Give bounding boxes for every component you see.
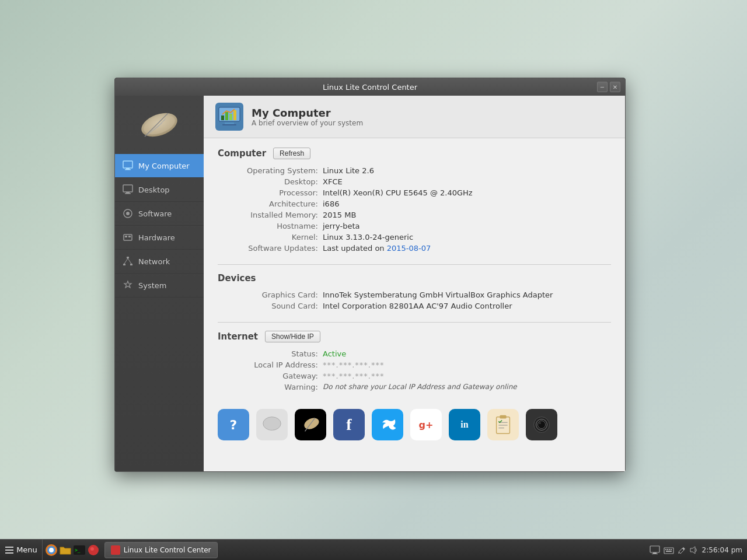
svg-point-14: [126, 212, 130, 215]
page-title: My Computer: [252, 107, 363, 119]
folder-icon: [59, 544, 72, 556]
svg-rect-64: [666, 551, 672, 552]
svg-line-22: [128, 258, 131, 264]
svg-rect-26: [221, 116, 224, 120]
pen-tray-icon[interactable]: [678, 546, 686, 554]
close-button[interactable]: ✕: [610, 82, 620, 92]
kernel-value: Linux 3.13.0-24-generic: [323, 233, 413, 242]
terminal-taskbar-icon[interactable]: >_: [73, 544, 86, 556]
taskbar-tray: 2:56:04 pm: [645, 545, 747, 555]
menu-icon: [5, 545, 14, 555]
page-header: My Computer A brief overview of your sys…: [204, 96, 625, 138]
hostname-value: jerry-beta: [323, 222, 360, 230]
svg-rect-38: [500, 415, 506, 419]
red-app-icon: [87, 544, 100, 556]
facebook-icon-button[interactable]: f: [333, 409, 365, 440]
svg-rect-11: [126, 192, 130, 193]
kernel-label: Kernel:: [218, 233, 323, 242]
graphics-value: InnoTek Systemberatung GmbH VirtualBox G…: [323, 290, 553, 299]
sound-row: Sound Card: Intel Corporation 82801AA AC…: [218, 302, 611, 310]
devices-section-header: Devices: [218, 273, 611, 284]
status-value: Active: [323, 349, 346, 358]
hostname-label: Hostname:: [218, 222, 323, 230]
network-icon: [122, 256, 134, 267]
sidebar: My Computer Desktop Software: [115, 96, 204, 471]
svg-rect-56: [650, 546, 659, 552]
svg-rect-17: [128, 236, 131, 237]
minimize-button[interactable]: −: [597, 82, 608, 92]
help-icon-button[interactable]: ?: [218, 409, 249, 440]
camera-icon-button[interactable]: [526, 409, 557, 440]
local-ip-value: ***.***.***.***: [323, 360, 384, 369]
svg-rect-27: [225, 112, 228, 120]
kernel-row: Kernel: Linux 3.13.0-24-generic: [218, 233, 611, 242]
taskbar-active-window[interactable]: Linux Lite Control Center: [104, 542, 218, 558]
svg-rect-28: [229, 114, 232, 120]
sidebar-item-desktop[interactable]: Desktop: [115, 178, 204, 202]
svg-rect-63: [671, 549, 672, 550]
tasks-icon-button[interactable]: [487, 409, 519, 440]
svg-rect-60: [665, 549, 666, 550]
svg-rect-61: [667, 549, 668, 550]
hostname-row: Hostname: jerry-beta: [218, 222, 611, 230]
devices-section: Devices Graphics Card: InnoTek Systember…: [218, 273, 611, 310]
svg-marker-65: [690, 547, 695, 554]
svg-rect-8: [126, 168, 130, 169]
sidebar-navigation: My Computer Desktop Software: [115, 154, 204, 298]
folder-taskbar-icon[interactable]: [59, 544, 72, 556]
page-subtitle: A brief overview of your system: [252, 119, 363, 127]
software-icon: [122, 208, 134, 219]
volume-tray-icon[interactable]: [689, 545, 699, 555]
sidebar-item-software-label: Software: [138, 209, 172, 218]
sidebar-item-hardware-label: Hardware: [138, 233, 175, 242]
linuxlite-icon-button[interactable]: [295, 409, 326, 440]
sidebar-item-software[interactable]: Software: [115, 202, 204, 226]
sidebar-item-network[interactable]: Network: [115, 250, 204, 274]
devices-section-title: Devices: [218, 273, 256, 284]
svg-rect-7: [123, 161, 132, 168]
taskbar-window-icon: [111, 545, 120, 555]
sidebar-item-my-computer-label: My Computer: [138, 162, 190, 170]
computer-section-title: Computer: [218, 148, 266, 159]
hardware-icon: [122, 232, 134, 243]
refresh-button[interactable]: Refresh: [273, 148, 310, 159]
firefox-icon: [45, 544, 58, 556]
graphics-row: Graphics Card: InnoTek Systemberatung Gm…: [218, 290, 611, 299]
monitor-icon: [122, 160, 134, 172]
svg-rect-62: [669, 549, 670, 550]
software-updates-date[interactable]: 2015-08-07: [387, 244, 431, 253]
svg-rect-29: [233, 110, 236, 120]
firefox-taskbar-icon[interactable]: [45, 544, 58, 556]
keyboard-tray-icon[interactable]: [664, 545, 674, 555]
linkedin-icon-button[interactable]: in: [449, 409, 480, 440]
sidebar-item-system[interactable]: System: [115, 274, 204, 298]
svg-rect-31: [222, 124, 236, 125]
sidebar-item-hardware[interactable]: Hardware: [115, 226, 204, 250]
show-hide-ip-button[interactable]: Show/Hide IP: [265, 331, 320, 342]
software-updates-value: Last updated on 2015-08-07: [323, 244, 431, 253]
svg-point-55: [90, 547, 94, 551]
svg-point-35: [302, 416, 320, 432]
os-label: Operating System:: [218, 166, 323, 175]
clipboard-icon: [492, 414, 514, 436]
twitter-bird-icon: [377, 414, 398, 435]
warning-label: Warning:: [218, 383, 323, 391]
sidebar-item-system-label: System: [138, 281, 166, 290]
sidebar-item-my-computer[interactable]: My Computer: [115, 154, 204, 178]
divider-1: [218, 264, 611, 265]
svg-rect-15: [124, 235, 132, 240]
chat-icon-button[interactable]: [256, 409, 288, 440]
feather-small-icon: [299, 414, 322, 436]
processor-value: Intel(R) Xeon(R) CPU E5645 @ 2.40GHz: [323, 188, 473, 197]
screen-tray-icon[interactable]: [650, 545, 660, 555]
sidebar-item-desktop-label: Desktop: [138, 186, 170, 194]
twitter-icon-button[interactable]: [372, 409, 403, 440]
svg-rect-46: [5, 547, 13, 548]
taskbar-menu-button[interactable]: Menu: [0, 540, 43, 560]
architecture-value: i686: [323, 200, 339, 208]
desktop-label: Desktop:: [218, 177, 323, 186]
system-icon: [122, 279, 134, 291]
red-icon-taskbar[interactable]: [87, 544, 100, 556]
googleplus-icon-button[interactable]: g+: [410, 409, 442, 440]
gateway-label: Gateway:: [218, 372, 323, 380]
